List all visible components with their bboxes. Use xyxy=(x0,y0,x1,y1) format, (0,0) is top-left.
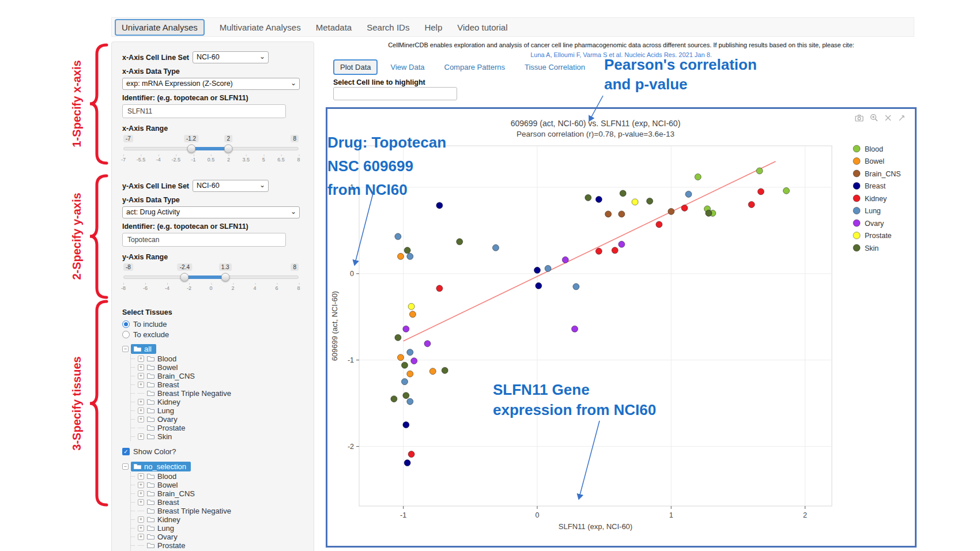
legend-item-blood[interactable]: Blood xyxy=(853,145,883,153)
point-bowel[interactable] xyxy=(398,253,404,259)
point-blood[interactable] xyxy=(756,168,763,174)
point-kidney[interactable] xyxy=(656,221,662,228)
point-brain-cns[interactable] xyxy=(605,211,612,217)
point-breast[interactable] xyxy=(436,202,443,209)
point-ovary[interactable] xyxy=(424,341,431,347)
expand-icon[interactable]: + xyxy=(138,473,144,480)
expand-icon[interactable]: + xyxy=(138,482,144,488)
point-lung[interactable] xyxy=(401,379,408,385)
point-ovary[interactable] xyxy=(571,326,578,332)
y-axis-identifier-input[interactable] xyxy=(122,233,286,247)
tab-plot-data[interactable]: Plot Data xyxy=(333,59,378,75)
point-skin[interactable] xyxy=(401,362,408,368)
point-bowel[interactable] xyxy=(407,371,413,377)
point-kidney[interactable] xyxy=(408,451,414,458)
point-lung[interactable] xyxy=(407,253,413,259)
tree-include-item-breast-triple-negative[interactable]: Breast Triple Negative xyxy=(131,389,303,398)
legend-item-kidney[interactable]: Kidney xyxy=(853,195,887,203)
tree-exclude-item-kidney[interactable]: +Kidney xyxy=(131,515,303,524)
tree-exclude-item-breast[interactable]: +Breast xyxy=(131,498,303,507)
point-breast[interactable] xyxy=(536,282,542,289)
expand-icon[interactable]: + xyxy=(138,433,144,440)
point-kidney[interactable] xyxy=(612,247,618,254)
point-brain-cns[interactable] xyxy=(619,211,625,217)
expand-icon[interactable]: + xyxy=(138,356,144,362)
show-color-checkbox-row[interactable]: ✓ Show Color? xyxy=(122,446,303,457)
point-ovary[interactable] xyxy=(403,326,409,332)
y-axis-data-type-select[interactable]: act: Drug Activity ⌄ xyxy=(122,206,300,218)
point-lung[interactable] xyxy=(492,244,499,251)
tree-exclude-item-bowel[interactable]: +Bowel xyxy=(131,481,303,489)
tree-include-item-kidney[interactable]: +Kidney xyxy=(131,398,303,406)
tree-exclude-item-breast-triple-negative[interactable]: Breast Triple Negative xyxy=(131,507,303,515)
tab-compare-patterns[interactable]: Compare Patterns xyxy=(438,61,512,74)
point-lung[interactable] xyxy=(545,265,551,271)
nav-item-help[interactable]: Help xyxy=(424,22,442,32)
legend-item-lung[interactable]: Lung xyxy=(853,207,881,215)
point-blood[interactable] xyxy=(695,173,701,180)
point-lung[interactable] xyxy=(407,349,413,356)
tree-exclude-item-brain-cns[interactable]: +Brain_CNS xyxy=(131,489,303,498)
tree-include-item-brain-cns[interactable]: +Brain_CNS xyxy=(131,372,303,380)
expand-icon[interactable]: + xyxy=(138,534,144,540)
point-skin[interactable] xyxy=(391,396,397,402)
point-kidney[interactable] xyxy=(681,205,688,211)
tree-include-item-prostate[interactable]: Prostate xyxy=(131,424,303,432)
point-lung[interactable] xyxy=(685,191,692,197)
point-prostate[interactable] xyxy=(632,199,638,205)
point-breast[interactable] xyxy=(403,422,409,428)
point-breast[interactable] xyxy=(534,267,540,273)
tree-include-root[interactable]: all xyxy=(131,344,156,354)
y-range-high-handle[interactable] xyxy=(221,273,229,282)
nav-item-metadata[interactable]: Metadata xyxy=(316,22,352,32)
point-bowel[interactable] xyxy=(409,311,416,318)
point-skin[interactable] xyxy=(620,190,626,197)
expand-icon[interactable]: + xyxy=(138,382,144,388)
tree-include-item-lung[interactable]: +Lung xyxy=(131,406,303,415)
point-skin[interactable] xyxy=(457,239,463,245)
tab-view-data[interactable]: View Data xyxy=(383,61,431,74)
y-axis-range-slider[interactable]: -88-2.41.3-8-6-4-202468 xyxy=(123,263,299,292)
y-range-low-handle[interactable] xyxy=(180,273,189,282)
x-axis-range-slider[interactable]: -78-1.22-7-5.5-4-2.5-10.523.556.58 xyxy=(123,135,299,164)
point-lung[interactable] xyxy=(395,233,401,240)
expand-icon[interactable]: + xyxy=(138,373,144,379)
nav-item-multivariate-analyses[interactable]: Multivariate Analyses xyxy=(220,22,301,32)
collapse-icon[interactable]: − xyxy=(122,346,129,352)
x-range-high-handle[interactable] xyxy=(224,145,233,153)
x-axis-identifier-input[interactable] xyxy=(122,104,286,118)
x-axis-cell-line-set-select[interactable]: NCI-60 ⌄ xyxy=(193,51,269,63)
nav-item-univariate-analyses[interactable]: Univariate Analyses xyxy=(115,19,205,36)
point-skin[interactable] xyxy=(404,247,410,254)
y-axis-cell-line-set-select[interactable]: NCI-60 ⌄ xyxy=(193,180,269,192)
point-bowel[interactable] xyxy=(429,368,436,375)
point-skin[interactable] xyxy=(585,194,591,201)
legend-item-bowel[interactable]: Bowel xyxy=(853,157,884,165)
expand-icon[interactable]: + xyxy=(138,416,144,422)
tree-exclude-root[interactable]: no_selection xyxy=(131,462,191,471)
point-skin[interactable] xyxy=(395,334,401,341)
expand-icon[interactable]: + xyxy=(138,499,144,505)
tree-exclude-item-ovary[interactable]: +Ovary xyxy=(131,533,303,541)
tree-exclude-item-prostate[interactable]: Prostate xyxy=(131,541,303,550)
tree-include-item-bowel[interactable]: +Bowel xyxy=(131,363,303,372)
point-kidney[interactable] xyxy=(748,201,755,207)
point-kidney[interactable] xyxy=(595,248,602,254)
tree-include-item-blood[interactable]: +Blood xyxy=(131,354,303,363)
legend-item-breast[interactable]: Breast xyxy=(853,182,886,190)
nav-item-search-ids[interactable]: Search IDs xyxy=(367,22,409,32)
point-breast[interactable] xyxy=(595,196,602,202)
point-ovary[interactable] xyxy=(411,358,417,364)
expand-icon[interactable]: + xyxy=(138,525,144,531)
tissues-exclude-radio[interactable]: To exclude xyxy=(122,329,303,339)
point-skin[interactable] xyxy=(442,367,448,373)
point-skin[interactable] xyxy=(647,198,653,204)
expand-icon[interactable]: + xyxy=(138,407,144,414)
collapse-icon[interactable]: − xyxy=(122,463,129,470)
x-axis-data-type-select[interactable]: exp: mRNA Expression (Z-Score) ⌄ xyxy=(122,78,300,90)
point-kidney[interactable] xyxy=(436,285,443,292)
tissues-include-radio[interactable]: To include xyxy=(122,319,303,329)
legend-item-brain-cns[interactable]: Brain_CNS xyxy=(853,170,901,178)
point-ovary[interactable] xyxy=(619,241,625,247)
point-bowel[interactable] xyxy=(398,354,404,361)
